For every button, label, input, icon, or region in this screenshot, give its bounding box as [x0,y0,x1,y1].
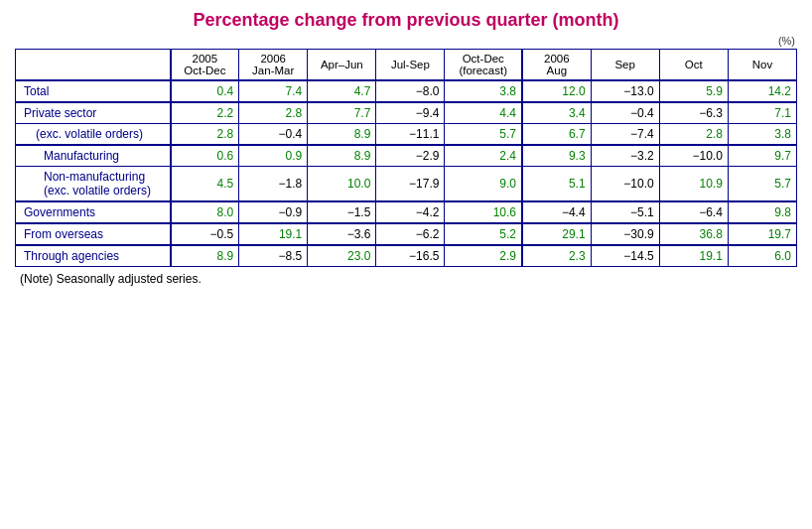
row-label: Manufacturing [16,145,171,167]
table-cell: 6.0 [728,245,796,267]
table-cell: 10.9 [659,167,728,202]
note: (Note) Seasonally adjusted series. [15,272,202,286]
col-header-2006: 2006Aug [522,50,591,81]
table-cell: 7.1 [728,102,796,124]
col-header-nov: Nov [728,50,796,81]
table-cell: −8.0 [376,80,445,102]
table-cell: 36.8 [659,223,728,245]
table-cell: −9.4 [376,102,445,124]
table-cell: −0.9 [239,201,308,223]
table-cell: 14.2 [728,80,796,102]
row-label: Private sector [16,102,171,124]
table-cell: 9.7 [728,145,796,167]
table-cell: 0.6 [171,145,239,167]
table-cell: −17.9 [376,167,445,202]
col-header-oct: Oct [659,50,728,81]
col-header-2006q2: Apr–Jun [308,50,376,81]
table-cell: 2.4 [445,145,522,167]
table-cell: −14.5 [591,245,659,267]
table-cell: 7.7 [308,102,376,124]
table-cell: −10.0 [591,167,659,202]
table-cell: −1.5 [308,201,376,223]
table-cell: 2.3 [522,245,591,267]
table-cell: 7.4 [239,80,308,102]
row-label: (exc. volatile orders) [16,124,171,146]
table-cell: 2.2 [171,102,239,124]
table-row: Manufacturing0.60.98.9−2.92.49.3−3.2−10.… [16,145,797,167]
table-cell: 5.2 [445,223,522,245]
col-header-label [16,50,171,81]
table-cell: −7.4 [591,124,659,146]
table-cell: 29.1 [522,223,591,245]
table-cell: 5.9 [659,80,728,102]
table-cell: 2.8 [171,124,239,146]
table-cell: 10.0 [308,167,376,202]
table-cell: 8.9 [171,245,239,267]
table-cell: 5.7 [728,167,796,202]
col-header-2005: 2005Oct-Dec [171,50,239,81]
table-cell: −5.1 [591,201,659,223]
table-cell: 6.7 [522,124,591,146]
table-cell: 3.4 [522,102,591,124]
table-cell: 9.8 [728,201,796,223]
table-cell: 2.9 [445,245,522,267]
row-label: Governments [16,201,171,223]
table-cell: 3.8 [445,80,522,102]
table-cell: 4.4 [445,102,522,124]
col-header-2006q3: Jul-Sep [376,50,445,81]
table-row: Governments8.0−0.9−1.5−4.210.6−4.4−5.1−6… [16,201,797,223]
table-row: (exc. volatile orders)2.8−0.48.9−11.15.7… [16,124,797,146]
table-cell: −0.4 [239,124,308,146]
row-label: Total [16,80,171,102]
table-row: Non-manufacturing(exc. volatile orders)4… [16,167,797,202]
data-table: 2005Oct-Dec 2006Jan-Mar Apr–Jun Jul-Sep … [15,49,797,267]
table-cell: 23.0 [308,245,376,267]
table-cell: 9.0 [445,167,522,202]
table-cell: 2.8 [659,124,728,146]
table-cell: 5.1 [522,167,591,202]
col-header-sep: Sep [591,50,659,81]
percent-unit: (%) [778,35,795,47]
table-cell: −3.6 [308,223,376,245]
table-cell: −2.9 [376,145,445,167]
col-header-2006q4: Oct-Dec(forecast) [445,50,522,81]
table-cell: −6.4 [659,201,728,223]
table-cell: 0.9 [239,145,308,167]
table-cell: −4.4 [522,201,591,223]
col-header-2006q1: 2006Jan-Mar [239,50,308,81]
row-label: Non-manufacturing(exc. volatile orders) [16,167,171,202]
table-cell: −10.0 [659,145,728,167]
row-label: From overseas [16,223,171,245]
table-cell: −0.5 [171,223,239,245]
table-cell: 4.7 [308,80,376,102]
table-cell: 3.8 [728,124,796,146]
table-row: From overseas−0.519.1−3.6−6.25.229.1−30.… [16,223,797,245]
table-cell: −1.8 [239,167,308,202]
table-cell: −16.5 [376,245,445,267]
table-cell: −11.1 [376,124,445,146]
table-cell: −3.2 [591,145,659,167]
table-cell: 19.1 [239,223,308,245]
table-cell: 2.8 [239,102,308,124]
table-cell: 4.5 [171,167,239,202]
table-cell: −30.9 [591,223,659,245]
table-row: Through agencies8.9−8.523.0−16.52.92.3−1… [16,245,797,267]
page-title: Percentage change from previous quarter … [193,10,618,31]
table-cell: 9.3 [522,145,591,167]
table-cell: −13.0 [591,80,659,102]
table-cell: 8.9 [308,145,376,167]
row-label: Through agencies [16,245,171,267]
table-cell: −4.2 [376,201,445,223]
table-row: Total0.47.44.7−8.03.812.0−13.05.914.2 [16,80,797,102]
table-cell: 19.7 [728,223,796,245]
table-cell: −6.2 [376,223,445,245]
table-cell: −8.5 [239,245,308,267]
table-cell: 5.7 [445,124,522,146]
table-row: Private sector2.22.87.7−9.44.43.4−0.4−6.… [16,102,797,124]
table-cell: −0.4 [591,102,659,124]
table-cell: 19.1 [659,245,728,267]
table-cell: 12.0 [522,80,591,102]
table-cell: 8.9 [308,124,376,146]
table-cell: 0.4 [171,80,239,102]
table-cell: 8.0 [171,201,239,223]
